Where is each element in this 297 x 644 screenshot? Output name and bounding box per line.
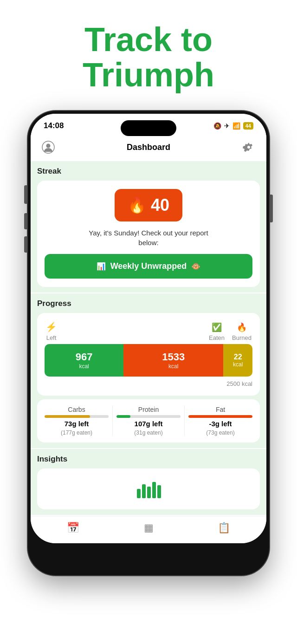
insights-card (37, 468, 260, 509)
carbs-label: Carbs (68, 406, 85, 413)
status-bar: 14:08 🔕 ✈ 📶 44 (31, 114, 266, 134)
wifi-icon: 📶 (232, 122, 240, 130)
weekly-emoji-left: 📊 (97, 262, 106, 271)
left-kcal-value: 967 (76, 351, 93, 363)
left-kcal-unit: kcal (79, 363, 89, 370)
svg-rect-4 (142, 484, 146, 498)
status-icons: 🔕 ✈ 📶 44 (213, 122, 253, 130)
burned-group: 🔥 Burned (232, 322, 252, 341)
carbs-value: 73g left (65, 420, 89, 428)
fat-bar-fill (188, 415, 252, 418)
eaten-icon: ✅ (212, 322, 222, 332)
weekly-emoji-right: 🐵 (191, 262, 200, 271)
protein-label: Protein (138, 406, 159, 413)
carbs-bar-track (45, 415, 109, 418)
phone-screen: 14:08 🔕 ✈ 📶 44 Dashboard (31, 114, 266, 543)
protein-bar-track (116, 415, 181, 418)
dynamic-island (121, 120, 176, 136)
tab-log-icon: 📅 (67, 522, 79, 534)
streak-badge: 🔥 40 (115, 189, 182, 221)
progress-card: ⚡ Left ✅ Eaten 🔥 Burned (37, 313, 260, 396)
weekly-unwrapped-label: Weekly Unwrapped (110, 261, 187, 271)
left-calories-bar: 967 kcal (45, 344, 123, 377)
svg-rect-7 (157, 485, 161, 498)
hero-title: Track to Triumph (64, 22, 233, 92)
burned-icon: 🔥 (237, 322, 247, 332)
eaten-kcal-unit: kcal (168, 363, 178, 370)
fat-label: Fat (216, 406, 225, 413)
page-title: Dashboard (127, 143, 170, 152)
streak-card: 🔥 40 Yay, it's Sunday! Check out your re… (37, 181, 260, 287)
burned-calories-bar: 22 kcal (223, 344, 252, 377)
insights-section: Insights (31, 449, 266, 515)
svg-point-2 (247, 146, 250, 149)
svg-rect-6 (152, 482, 156, 498)
carbs-bar-fill (45, 415, 90, 418)
weekly-unwrapped-button[interactable]: 📊 Weekly Unwrapped 🐵 (45, 254, 252, 279)
calorie-bar: 967 kcal 1533 kcal 22 kcal (45, 344, 252, 377)
lightning-icon: ⚡ (45, 321, 57, 332)
phone-shell: 14:08 🔕 ✈ 📶 44 Dashboard (28, 111, 269, 575)
right-group: ✅ Eaten 🔥 Burned (209, 322, 252, 341)
airplane-icon: ✈ (224, 122, 230, 130)
streak-section-title: Streak (37, 167, 260, 176)
eaten-group: ✅ Eaten (209, 322, 225, 341)
settings-button[interactable] (240, 139, 257, 156)
insights-section-title: Insights (37, 455, 260, 464)
battery-indicator: 44 (243, 122, 253, 130)
tab-dashboard-icon: ▦ (144, 522, 154, 534)
tab-bar: 📅 ▦ 📋 (31, 516, 266, 543)
protein-eaten: (31g eaten) (134, 429, 162, 436)
status-time: 14:08 (44, 121, 64, 130)
left-group: ⚡ Left (45, 321, 57, 341)
calorie-total: 2500 kcal (45, 380, 252, 387)
progress-section: Progress ⚡ Left ✅ Eaten 🔥 (31, 293, 266, 448)
progress-section-title: Progress (37, 299, 260, 308)
fat-bar-track (188, 415, 252, 418)
fat-macro: Fat -3g left (73g eaten) (188, 406, 252, 436)
carbs-macro: Carbs 73g left (177g eaten) (45, 406, 109, 436)
protein-bar-fill (116, 415, 130, 418)
eaten-kcal-value: 1533 (162, 351, 185, 363)
progress-icons-row: ⚡ Left ✅ Eaten 🔥 Burned (45, 321, 252, 341)
streak-section: Streak 🔥 40 Yay, it's Sunday! Check out … (31, 161, 266, 293)
svg-rect-5 (147, 487, 151, 498)
tab-reports-icon: 📋 (218, 522, 230, 534)
streak-count: 40 (151, 195, 169, 215)
tab-log[interactable]: 📅 (35, 522, 111, 534)
tab-reports[interactable]: 📋 (186, 522, 262, 534)
eaten-calories-bar: 1533 kcal (123, 344, 223, 377)
protein-macro: Protein 107g left (31g eaten) (116, 406, 181, 436)
insights-chart-placeholder (45, 475, 252, 503)
burned-kcal-unit: kcal (233, 361, 243, 368)
burned-kcal-value: 22 (234, 353, 242, 361)
macro-divider-1 (112, 406, 113, 436)
fire-emoji: 🔥 (128, 196, 146, 214)
profile-button[interactable] (40, 139, 57, 156)
streak-message: Yay, it's Sunday! Check out your report … (45, 228, 252, 247)
left-label: Left (46, 334, 57, 341)
mute-icon: 🔕 (213, 122, 221, 130)
eaten-label: Eaten (209, 334, 225, 341)
protein-value: 107g left (135, 420, 163, 428)
svg-rect-3 (137, 489, 141, 498)
nav-bar: Dashboard (31, 134, 266, 161)
fat-value: -3g left (209, 420, 232, 428)
macros-card: Carbs 73g left (177g eaten) Protein 107g… (37, 399, 260, 442)
macro-divider-2 (184, 406, 185, 436)
svg-point-1 (46, 144, 51, 148)
tab-dashboard[interactable]: ▦ (111, 522, 187, 534)
carbs-eaten: (177g eaten) (61, 429, 92, 436)
burned-label: Burned (232, 334, 252, 341)
fat-eaten: (73g eaten) (206, 429, 234, 436)
